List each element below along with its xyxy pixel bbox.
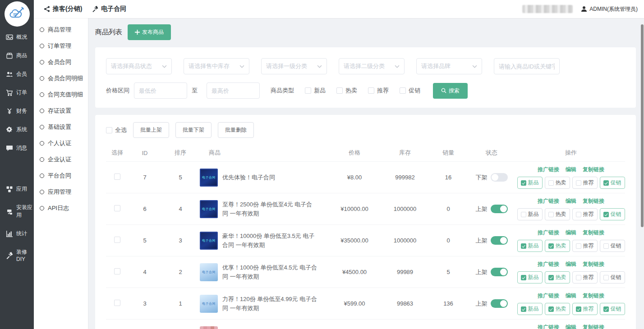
sidebar-item-3[interactable]: 订单 [0, 83, 34, 102]
row-checkbox[interactable] [114, 205, 120, 211]
sidebar-item-5[interactable]: 系统 [0, 120, 34, 139]
submenu-item[interactable]: 会员合同明细 [34, 70, 88, 87]
product-title[interactable]: 优享！1000份 单份低至4.5元 电子合同 一年有效期 [222, 263, 317, 281]
copy-link[interactable]: 复制链接 [583, 260, 604, 268]
tag-toggle-button[interactable]: 促销 [600, 177, 625, 189]
edit-link[interactable]: 编辑 [566, 229, 576, 237]
admin-user-menu[interactable]: ADMIN(系统管理员) [581, 5, 638, 13]
copy-link[interactable]: 复制链接 [583, 166, 604, 174]
submenu-item[interactable]: 企业认证 [34, 151, 88, 168]
promo-link[interactable]: 推广链接 [538, 229, 559, 237]
batch-action-button[interactable]: 批量上架 [133, 122, 169, 138]
tag-toggle-button[interactable]: 热卖 [545, 271, 570, 283]
edit-link[interactable]: 编辑 [566, 324, 576, 329]
tag-toggle-button[interactable]: 推荐 [572, 271, 598, 283]
product-thumbnail[interactable] [200, 326, 218, 329]
edit-link[interactable]: 编辑 [566, 197, 576, 205]
tag-toggle-button[interactable]: 新品 [517, 240, 543, 252]
tag-toggle-button[interactable]: 热卖 [545, 208, 570, 220]
submenu-item[interactable]: 存证设置 [34, 103, 88, 119]
tag-toggle-button[interactable]: 热卖 [545, 303, 570, 315]
filter-select[interactable]: 请选择商品状态 [106, 58, 172, 74]
product-title[interactable]: 力荐！120份 单份低至4.99元 电子合同 一年有效期 [222, 295, 317, 312]
submenu-item[interactable]: 平台合同 [34, 168, 88, 184]
filter-select[interactable]: 请选择一级分类 [261, 58, 327, 74]
copy-link[interactable]: 复制链接 [583, 197, 604, 205]
promo-link[interactable]: 推广链接 [538, 324, 559, 329]
row-checkbox[interactable] [114, 174, 120, 180]
promo-link[interactable]: 推广链接 [538, 166, 559, 174]
filter-select[interactable]: 请选择售中库存 [184, 58, 249, 74]
tag-toggle-button[interactable]: 促销 [600, 303, 625, 315]
edit-link[interactable]: 编辑 [566, 166, 576, 174]
filter-select[interactable]: 请选择二级分类 [339, 58, 405, 74]
price-max-input[interactable] [207, 82, 260, 99]
tab-econtract[interactable]: 电子合同 [92, 5, 126, 13]
filter-select[interactable]: 请选择品牌 [416, 58, 482, 74]
tag-toggle-button[interactable]: 促销 [600, 271, 625, 283]
tag-toggle-button[interactable]: 推荐 [572, 240, 598, 252]
sidebar-item-10[interactable]: 装修DIY [0, 243, 34, 268]
search-button[interactable]: 搜索 [433, 83, 468, 99]
tag-toggle-button[interactable]: 新品 [517, 271, 543, 283]
submenu-item[interactable]: 应用管理 [34, 184, 88, 200]
sidebar-item-2[interactable]: 会员 [0, 65, 34, 83]
product-title[interactable]: 至尊！2500份 单份低至4元 电子合同 一年有效期 [222, 200, 317, 218]
product-thumbnail[interactable]: 电子合同 [200, 200, 218, 218]
product-title[interactable]: 豪华！10000份 单份低至3.5元 电子合同 一年有效期 [222, 232, 317, 249]
copy-link[interactable]: 复制链接 [583, 292, 604, 300]
copy-link[interactable]: 复制链接 [583, 324, 604, 329]
status-toggle[interactable] [491, 236, 508, 245]
tab-distribution[interactable]: 推客(分销) [44, 5, 82, 13]
product-type-checkbox[interactable]: 推荐 [368, 87, 389, 95]
edit-link[interactable]: 编辑 [566, 260, 576, 268]
tag-toggle-button[interactable]: 热卖 [545, 177, 570, 189]
submenu-item[interactable]: 合同充值明细 [34, 87, 88, 103]
promo-link[interactable]: 推广链接 [538, 260, 559, 268]
sidebar-item-7[interactable]: 应用 [0, 180, 34, 198]
keyword-input[interactable] [494, 58, 560, 74]
product-title[interactable]: 优先体验！电子合同 [222, 173, 275, 182]
tag-toggle-button[interactable]: 推荐 [572, 303, 598, 315]
submenu-item[interactable]: 基础设置 [34, 119, 88, 135]
tag-toggle-button[interactable]: 推荐 [572, 177, 598, 189]
product-type-checkbox[interactable]: 促销 [400, 87, 420, 95]
submenu-item[interactable]: 个人认证 [34, 135, 88, 151]
tag-toggle-button[interactable]: 推荐 [572, 208, 598, 220]
scrollbar-thumb[interactable] [641, 24, 644, 227]
app-logo[interactable] [0, 0, 34, 28]
tag-toggle-button[interactable]: 促销 [600, 208, 625, 220]
sidebar-item-8[interactable]: 安装应用 [0, 198, 34, 224]
tag-toggle-button[interactable]: 新品 [517, 303, 543, 315]
tag-toggle-button[interactable]: 新品 [517, 208, 543, 220]
publish-product-button[interactable]: 发布商品 [128, 24, 171, 40]
product-thumbnail[interactable]: 电子合同 [200, 169, 218, 187]
sidebar-item-9[interactable]: 统计 [0, 224, 34, 243]
product-thumbnail[interactable]: 电子合同 [200, 263, 218, 281]
status-toggle[interactable] [491, 268, 508, 276]
price-min-input[interactable] [134, 82, 187, 99]
submenu-item[interactable]: 商品管理 [34, 22, 88, 38]
copy-link[interactable]: 复制链接 [583, 229, 604, 237]
vertical-scrollbar[interactable] [640, 18, 644, 329]
product-thumbnail[interactable]: 电子合同 [200, 295, 218, 313]
sidebar-item-6[interactable]: 消息 [0, 139, 34, 157]
batch-action-button[interactable]: 批量下架 [175, 122, 212, 138]
sidebar-item-0[interactable]: 概况 [0, 28, 34, 46]
product-type-checkbox[interactable]: 新品 [305, 87, 326, 95]
status-toggle[interactable] [491, 173, 508, 182]
row-checkbox[interactable] [114, 268, 120, 274]
tag-toggle-button[interactable]: 促销 [600, 240, 625, 252]
row-checkbox[interactable] [114, 300, 120, 306]
edit-link[interactable]: 编辑 [566, 292, 576, 300]
product-thumbnail[interactable]: 电子合同 [200, 232, 218, 250]
sidebar-item-4[interactable]: 财务 [0, 102, 34, 120]
status-toggle[interactable] [491, 299, 508, 308]
batch-action-button[interactable]: 批量删除 [218, 122, 254, 138]
submenu-item[interactable]: API日志 [34, 200, 88, 216]
select-all-checkbox[interactable]: 全选 [106, 126, 127, 134]
status-toggle[interactable] [491, 205, 508, 213]
sidebar-item-1[interactable]: 商品 [0, 46, 34, 65]
submenu-item[interactable]: 会员合同 [34, 54, 88, 70]
row-checkbox[interactable] [114, 237, 120, 243]
